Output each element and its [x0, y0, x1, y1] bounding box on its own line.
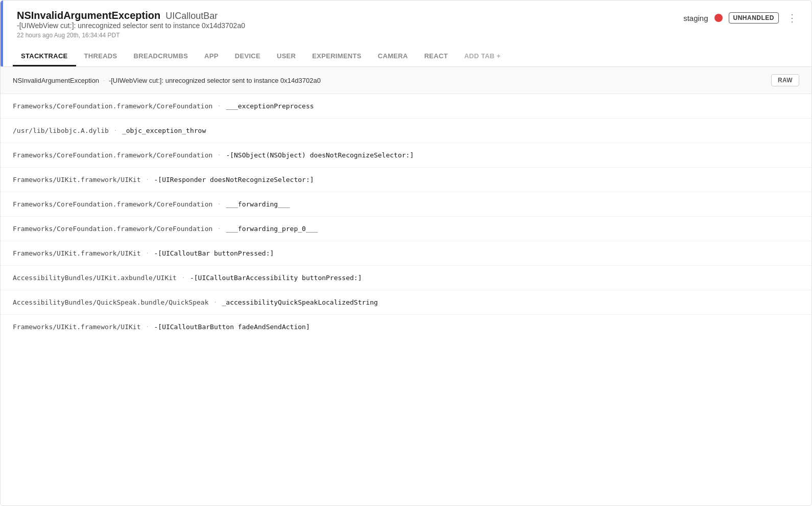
stack-frames-list: Frameworks/CoreFoundation.framework/Core… [1, 94, 811, 339]
frame-method: -[UIResponder doesNotRecognizeSelector:] [154, 176, 314, 183]
frame-method: -[UICalloutBar buttonPressed:] [154, 249, 274, 257]
tab-stacktrace[interactable]: STACKTRACE [13, 47, 76, 66]
tab-add[interactable]: ADD TAB + [456, 47, 509, 66]
frame-method: _objc_exception_throw [122, 127, 206, 134]
frame-method: _accessibilityQuickSpeakLocalizedString [222, 298, 378, 306]
environment-badge: staging [683, 14, 708, 22]
exception-bar-name: NSInvalidArgumentException [13, 77, 99, 84]
frame-method: -[UICalloutBarButton fadeAndSendAction] [154, 323, 309, 331]
frame-path: Frameworks/CoreFoundation.framework/Core… [13, 102, 212, 110]
frame-path: Frameworks/CoreFoundation.framework/Core… [13, 200, 212, 208]
tab-camera[interactable]: CAMERA [370, 47, 416, 66]
frame-path: Frameworks/UIKit.framework/UIKit [13, 249, 140, 257]
frame-method: -[NSObject(NSObject) doesNotRecognizeSel… [226, 151, 414, 159]
exception-timestamp: 22 hours ago Aug 20th, 16:34:44 PDT [17, 32, 683, 39]
tab-experiments[interactable]: EXPERIMENTS [304, 47, 369, 66]
raw-button[interactable]: RAW [771, 74, 799, 86]
table-row: Frameworks/CoreFoundation.framework/Core… [1, 192, 811, 217]
tab-user[interactable]: USER [269, 47, 304, 66]
frame-separator: · [218, 226, 221, 232]
tab-breadcrumbs[interactable]: BREADCRUMBS [126, 47, 197, 66]
table-row: Frameworks/UIKit.framework/UIKit · -[UIC… [1, 315, 811, 339]
content-area: NSInvalidArgumentException · -[UIWebView… [1, 67, 811, 339]
frame-separator: · [146, 324, 149, 330]
frame-method: -[UICalloutBarAccessibility buttonPresse… [190, 274, 362, 282]
left-accent-bar [1, 1, 3, 66]
frame-method: ___forwarding___ [226, 200, 290, 208]
table-row: Frameworks/UIKit.framework/UIKit · -[UIC… [1, 241, 811, 266]
table-row: AccessibilityBundles/QuickSpeak.bundle/Q… [1, 290, 811, 315]
frame-path: Frameworks/CoreFoundation.framework/Core… [13, 151, 212, 159]
frame-method: ___forwarding_prep_0___ [226, 225, 318, 233]
frame-separator: · [218, 103, 221, 109]
exception-info-bar: NSInvalidArgumentException · -[UIWebView… [1, 67, 811, 94]
status-dot-icon [714, 14, 723, 22]
exception-name: NSInvalidArgumentException [17, 10, 160, 21]
frame-separator: · [218, 201, 221, 207]
frame-path: Frameworks/UIKit.framework/UIKit [13, 323, 140, 331]
tab-device[interactable]: DEVICE [227, 47, 269, 66]
tab-bar: STACKTRACE THREADS BREADCRUMBS APP DEVIC… [13, 47, 799, 66]
unhandled-badge: UNHANDLED [729, 12, 779, 24]
frame-separator: · [146, 250, 149, 256]
frame-path: Frameworks/CoreFoundation.framework/Core… [13, 225, 212, 233]
frame-path: /usr/lib/libobjc.A.dylib [13, 127, 109, 134]
frame-path: AccessibilityBundles/UIKit.axbundle/UIKi… [13, 274, 177, 282]
frame-separator: · [214, 300, 217, 305]
frame-separator: · [114, 128, 117, 133]
tab-threads[interactable]: THREADS [76, 47, 126, 66]
frame-separator: · [182, 275, 185, 281]
frame-method: ___exceptionPreprocess [226, 102, 314, 110]
separator-1: · [103, 78, 105, 83]
frame-path: Frameworks/UIKit.framework/UIKit [13, 176, 140, 183]
table-row: Frameworks/CoreFoundation.framework/Core… [1, 217, 811, 241]
frame-separator: · [146, 177, 149, 182]
tab-react[interactable]: REACT [416, 47, 456, 66]
exception-subtitle: -[UIWebView cut:]: unrecognized selector… [17, 21, 683, 30]
exception-class: UICalloutBar [165, 11, 218, 21]
more-options-icon[interactable]: ⋮ [785, 10, 799, 26]
table-row: Frameworks/UIKit.framework/UIKit · -[UIR… [1, 168, 811, 192]
frame-separator: · [218, 152, 221, 158]
table-row: Frameworks/CoreFoundation.framework/Core… [1, 143, 811, 168]
tab-app[interactable]: APP [196, 47, 227, 66]
frame-path: AccessibilityBundles/QuickSpeak.bundle/Q… [13, 298, 209, 306]
table-row: /usr/lib/libobjc.A.dylib · _objc_excepti… [1, 119, 811, 143]
table-row: AccessibilityBundles/UIKit.axbundle/UIKi… [1, 266, 811, 290]
table-row: Frameworks/CoreFoundation.framework/Core… [1, 94, 811, 119]
exception-bar-message: -[UIWebView cut:]: unrecognized selector… [109, 77, 321, 84]
